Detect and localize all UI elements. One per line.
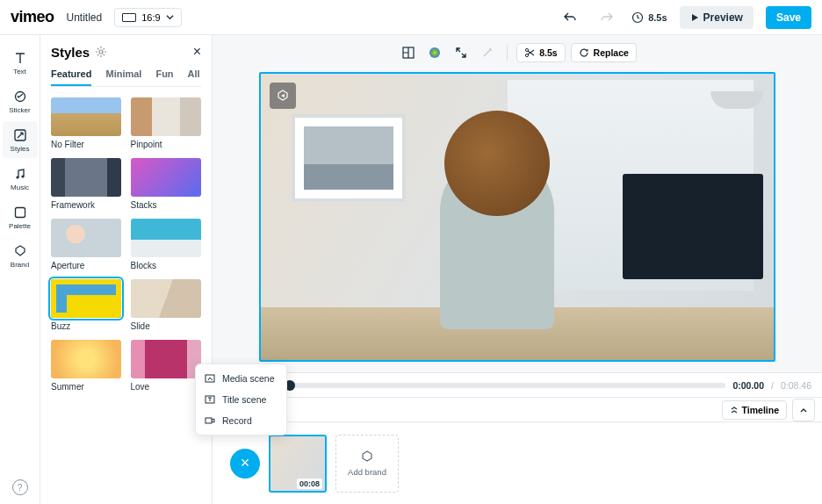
style-pinpoint[interactable]: Pinpoint bbox=[131, 97, 202, 149]
aspect-ratio-label: 16:9 bbox=[141, 12, 160, 23]
style-love[interactable]: Love bbox=[131, 340, 202, 392]
tab-featured[interactable]: Featured bbox=[51, 68, 91, 86]
panel-title: Styles bbox=[51, 45, 90, 60]
trim-button[interactable]: 8.5s bbox=[516, 43, 565, 62]
ctx-record[interactable]: Record bbox=[196, 410, 286, 431]
style-buzz[interactable]: Buzz bbox=[51, 279, 122, 331]
tool-rail: Text Sticker Styles Music Palette Brand … bbox=[0, 35, 40, 504]
help-button[interactable]: ? bbox=[12, 479, 28, 495]
add-brand-tile[interactable]: Add brand bbox=[335, 435, 399, 493]
timeline-button[interactable]: Timeline bbox=[722, 400, 787, 420]
style-summer[interactable]: Summer bbox=[51, 340, 122, 392]
aspect-ratio-icon bbox=[122, 13, 136, 22]
svg-rect-11 bbox=[206, 375, 214, 382]
record-icon bbox=[205, 415, 215, 426]
trim-value: 8.5s bbox=[539, 47, 557, 58]
svg-rect-5 bbox=[15, 207, 25, 217]
undo-button[interactable] bbox=[558, 5, 582, 30]
main-area: Text Sticker Styles Music Palette Brand … bbox=[0, 35, 822, 504]
svg-point-8 bbox=[429, 47, 440, 58]
duration-display[interactable]: 8.5s bbox=[631, 11, 667, 24]
close-panel-button[interactable]: × bbox=[193, 44, 201, 60]
style-stacks[interactable]: Stacks bbox=[131, 158, 202, 210]
replace-button[interactable]: Replace bbox=[571, 43, 637, 62]
project-name[interactable]: Untitled bbox=[67, 11, 103, 24]
collapse-icon bbox=[730, 406, 739, 414]
clock-icon bbox=[631, 11, 644, 24]
redo-button[interactable] bbox=[595, 5, 619, 30]
rail-sticker[interactable]: Sticker bbox=[3, 83, 38, 119]
rail-music[interactable]: Music bbox=[3, 160, 38, 197]
refresh-icon bbox=[579, 47, 589, 58]
color-icon[interactable] bbox=[424, 42, 445, 63]
layout-icon[interactable] bbox=[398, 42, 419, 63]
title-icon bbox=[205, 394, 215, 405]
scene-duration: 00:08 bbox=[297, 479, 322, 489]
scene-tray: × 00:08 Add brand bbox=[213, 421, 822, 504]
style-aperture[interactable]: Aperture bbox=[51, 219, 122, 270]
scrubber-track[interactable] bbox=[290, 383, 726, 388]
brand-icon bbox=[360, 450, 374, 464]
rail-brand[interactable]: Brand bbox=[3, 237, 38, 274]
chevron-up-icon bbox=[799, 406, 808, 414]
preview-button[interactable]: Preview bbox=[680, 6, 754, 29]
media-icon bbox=[205, 373, 215, 384]
style-no-filter[interactable]: No Filter bbox=[51, 97, 122, 149]
gear-icon[interactable] bbox=[95, 46, 107, 58]
rail-palette[interactable]: Palette bbox=[3, 198, 38, 235]
aspect-ratio-selector[interactable]: 16:9 bbox=[114, 8, 181, 27]
style-blocks[interactable]: Blocks bbox=[131, 219, 202, 270]
play-icon bbox=[690, 13, 699, 22]
svg-point-6 bbox=[99, 50, 103, 54]
save-button[interactable]: Save bbox=[766, 6, 811, 29]
canvas-area: 8.5s Replace Scene 1 0:00.00 / 0:08.46 bbox=[213, 35, 822, 504]
scene-badge-icon[interactable] bbox=[270, 83, 296, 109]
chevron-down-icon bbox=[166, 13, 174, 21]
vimeo-logo: vimeo bbox=[11, 8, 54, 26]
svg-point-3 bbox=[16, 176, 18, 178]
time-current: 0:00.00 bbox=[732, 380, 764, 391]
magic-icon[interactable] bbox=[477, 42, 498, 63]
expand-timeline-button[interactable] bbox=[792, 399, 815, 421]
canvas-preview[interactable] bbox=[259, 72, 775, 362]
add-scene-fab[interactable]: × bbox=[230, 449, 260, 479]
time-total: 0:08.46 bbox=[781, 380, 811, 391]
style-slide[interactable]: Slide bbox=[131, 279, 202, 331]
styles-grid: No Filter Pinpoint Framework Stacks Aper… bbox=[51, 97, 201, 392]
topbar: vimeo Untitled 16:9 8.5s Preview Save bbox=[0, 0, 822, 35]
scene-thumbnail[interactable]: 00:08 bbox=[269, 435, 327, 493]
replace-label: Replace bbox=[594, 47, 629, 58]
styles-panel: Styles × Featured Minimal Fun All No Fil… bbox=[40, 35, 213, 504]
canvas-toolbar: 8.5s Replace bbox=[213, 35, 822, 65]
rail-styles[interactable]: Styles bbox=[3, 121, 38, 158]
svg-rect-13 bbox=[206, 418, 212, 423]
expand-icon[interactable] bbox=[451, 42, 472, 63]
rail-text[interactable]: Text bbox=[3, 44, 38, 81]
svg-point-4 bbox=[21, 175, 24, 177]
preview-label: Preview bbox=[703, 11, 743, 24]
tab-minimal[interactable]: Minimal bbox=[105, 68, 141, 86]
style-tabs: Featured Minimal Fun All bbox=[51, 68, 201, 87]
scissors-icon bbox=[524, 47, 535, 58]
duration-value: 8.5s bbox=[648, 12, 667, 23]
timeline-controls: Timeline bbox=[213, 397, 822, 421]
ctx-title-scene[interactable]: Title scene bbox=[196, 389, 286, 410]
tab-all[interactable]: All bbox=[188, 68, 200, 86]
tab-fun[interactable]: Fun bbox=[155, 68, 173, 86]
add-scene-context-menu: Media scene Title scene Record bbox=[195, 364, 287, 436]
scrubber-row: Scene 1 0:00.00 / 0:08.46 bbox=[213, 372, 822, 397]
style-framework[interactable]: Framework bbox=[51, 158, 122, 210]
ctx-media-scene[interactable]: Media scene bbox=[196, 368, 286, 389]
